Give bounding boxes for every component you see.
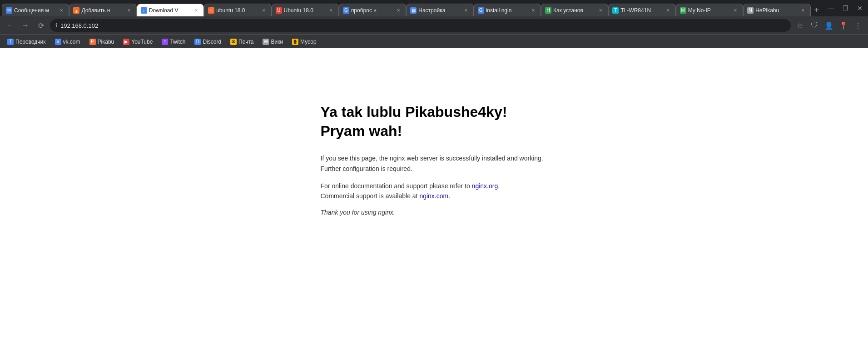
back-button[interactable]: ← [4,19,16,32]
bookmark-bm7[interactable]: ✉Почта [227,38,257,46]
nginx-p2-post: . [448,192,450,200]
url-display: 192.168.0.102 [60,22,98,29]
tab-close-tab9[interactable]: × [597,7,604,14]
reload-button[interactable]: ⟳ [35,19,47,32]
bookmark-favicon-bm2: V [55,39,61,45]
tab-close-tab8[interactable]: × [530,7,537,14]
close-button[interactable]: ✕ [855,4,864,13]
bookmark-label-bm8: Вики [271,39,283,45]
bookmark-label-bm7: Почта [238,39,253,45]
menu-button[interactable]: ⋮ [852,19,864,32]
location-button[interactable]: 📍 [837,19,850,32]
tab-tab9[interactable]: HКак установ× [541,4,608,16]
tab-tab4[interactable]: ○ubuntu 18.0× [204,4,271,16]
tab-title-tab11: My No-IP [688,7,730,14]
account-button[interactable]: 👤 [823,19,835,32]
nginx-paragraph2: For online documentation and support ple… [321,181,548,201]
tab-close-tab6[interactable]: × [395,7,402,14]
bookmark-favicon-bm7: ✉ [230,39,237,45]
nginx-com-link[interactable]: nginx.com [419,192,448,200]
tab-tab3[interactable]: ↓Download V× [137,4,204,16]
new-tab-button[interactable]: + [811,4,823,16]
bookmark-favicon-bm6: D [194,39,201,45]
tab-tab6[interactable]: Gпроброс н× [339,4,406,16]
tab-title-tab6: проброс н [351,7,393,14]
bookmark-favicon-bm4: ▶ [123,39,129,45]
tab-title-tab9: Как установ [553,7,595,14]
tab-title-tab1: Сообщения м [14,7,56,14]
nginx-org-link[interactable]: nginx.org [472,182,498,190]
tab-title-tab7: Настройка [418,7,460,14]
tab-close-tab12[interactable]: × [799,7,807,14]
restore-button[interactable]: ❐ [841,4,850,13]
bookmark-label-bm9: Мусор [300,39,316,45]
tab-close-tab7[interactable]: × [462,7,470,14]
bookmarks-bar: TПереводчикVvk.comPPikabu▶YouTubetTwitch… [0,35,868,48]
tab-title-tab5: Ubuntu 18.0 [284,7,326,14]
tab-favicon-tab6: G [343,7,349,14]
tab-favicon-tab2: 🔥 [73,7,79,14]
bookmark-favicon-bm5: t [162,39,168,45]
tab-tab1[interactable]: ✉Сообщения м× [2,4,69,16]
tab-close-tab3[interactable]: × [193,7,200,14]
page-content: Ya tak lublu Pikabushe4ky! Pryam wah! If… [0,48,868,346]
tab-favicon-tab8: G [478,7,484,14]
tab-bar-top: ✉Сообщения м×🔥Добавить н×↓Download V×○ub… [0,0,868,16]
tab-tab8[interactable]: Ginstall ngin× [474,4,541,16]
tab-tab7[interactable]: ▦Настройка× [406,4,473,16]
tab-title-tab3: Download V [149,7,191,14]
tab-close-tab1[interactable]: × [58,7,65,14]
tab-favicon-tab7: ▦ [410,7,417,14]
tab-close-tab5[interactable]: × [327,7,335,14]
forward-button[interactable]: → [19,19,32,32]
nginx-paragraph1: If you see this page, the nginx web serv… [321,153,548,174]
bookmark-label-bm2: vk.com [63,39,80,45]
bookmark-bm4[interactable]: ▶YouTube [119,38,156,46]
tab-close-tab11[interactable]: × [732,7,739,14]
extension-shield-button[interactable]: 🛡 [808,19,821,32]
tab-title-tab2: Добавить н [81,7,123,14]
tab-tab5[interactable]: UUbuntu 18.0× [272,4,339,16]
security-indicator: ℹ [55,22,58,29]
tab-tab10[interactable]: TTL-WR841N× [608,4,675,16]
tab-favicon-tab1: ✉ [6,7,12,14]
bookmark-label-bm4: YouTube [131,39,153,45]
tab-tab11[interactable]: MMy No-IP× [676,4,743,16]
tabs-area: ✉Сообщения м×🔥Добавить н×↓Download V×○ub… [0,0,823,16]
bookmark-bm6[interactable]: DDiscord [191,38,225,46]
tab-title-tab10: TL-WR841N [620,7,662,14]
tab-close-tab10[interactable]: × [665,7,672,14]
bookmark-bm5[interactable]: tTwitch [158,38,189,46]
bookmark-bm8[interactable]: WВики [259,38,287,46]
tab-favicon-tab5: U [276,7,282,14]
address-bar[interactable]: ℹ 192.168.0.102 [50,19,791,32]
tab-favicon-tab3: ↓ [141,7,147,14]
tab-tab2[interactable]: 🔥Добавить н× [69,4,136,16]
minimize-button[interactable]: — [826,4,835,13]
nginx-p2-pre: For online documentation and support ple… [321,182,472,190]
tab-close-tab4[interactable]: × [260,7,268,14]
bookmark-label-bm1: Переводчик [15,39,46,45]
tab-favicon-tab9: H [545,7,551,14]
bookmark-label-bm6: Discord [203,39,221,45]
bookmark-bm2[interactable]: Vvk.com [51,38,84,46]
bookmark-label-bm5: Twitch [170,39,185,45]
tab-tab12[interactable]: NНеPikabu× [743,4,810,16]
tab-title-tab12: НеPikabu [755,7,797,14]
nginx-paragraph3: Thank you for using nginx. [321,209,548,216]
bookmark-bm9[interactable]: 🗑Мусор [288,38,320,46]
tab-close-tab2[interactable]: × [125,7,133,14]
tab-title-tab8: install ngin [486,7,528,14]
tab-title-tab4: ubuntu 18.0 [216,7,258,14]
tab-favicon-tab10: T [612,7,619,14]
nginx-p2-mid2: Commercial support is available at [321,192,420,200]
bookmark-star-button[interactable]: ☆ [794,19,806,32]
page-title: Ya tak lublu Pikabushe4ky! Pryam wah! [321,103,548,140]
content-wrapper: Ya tak lublu Pikabushe4ky! Pryam wah! If… [321,85,548,234]
bookmark-favicon-bm9: 🗑 [292,39,298,45]
toolbar-icons: ☆ 🛡 👤 📍 ⋮ [794,19,864,32]
tab-favicon-tab12: N [747,7,754,14]
nginx-p2-mid1: . [498,182,500,190]
bookmark-bm1[interactable]: TПереводчик [4,38,50,46]
bookmark-bm3[interactable]: PPikabu [86,38,118,46]
